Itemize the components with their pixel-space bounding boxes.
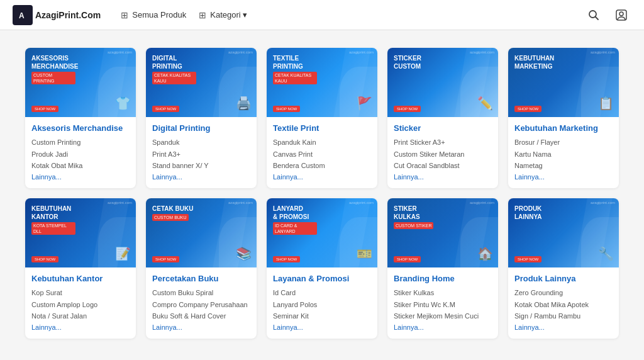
card-more-link[interactable]: Lainnya... [152, 173, 250, 181]
card-items-list: Spanduk KainCanvas PrintBendera Custom [273, 137, 371, 172]
card-category-name: Aksesoris Merchandise [31, 123, 130, 133]
card-category-name: Digital Printing [152, 123, 250, 133]
list-item: Stiker Kulkas [394, 287, 492, 299]
card-body: Produk Lainnya Zero GroundingKotak Obat … [508, 267, 619, 339]
card-more-link[interactable]: Lainnya... [31, 323, 130, 331]
list-item: Stiker Pintu Wc K.M [394, 299, 492, 311]
svg-line-3 [596, 16, 599, 20]
card-title-overlay: CETAK BUKU CUSTOM BUKU [152, 205, 193, 221]
nav-label-semua: Semua Produk [132, 10, 186, 20]
product-card-sticker[interactable]: STICKERCUSTOM azagiprint.com SHOP NOW ✏️… [387, 48, 498, 188]
svg-text:A: A [19, 11, 25, 20]
card-shop-btn[interactable]: SHOP NOW [394, 106, 421, 112]
card-image-textile: TEXTILEPRINTING CETAK KUALITAS KAUU azag… [267, 48, 377, 117]
profile-button[interactable] [611, 5, 631, 25]
card-body: Percetakan Buku Custom Buku SpiralCompro… [146, 267, 257, 339]
nav-item-kategori[interactable]: ⊞ Kategori ▾ [194, 8, 252, 23]
main-content: AKSESORISMERCHANDISE CUSTOM PRINTING aza… [0, 30, 644, 360]
product-grid: AKSESORISMERCHANDISE CUSTOM PRINTING aza… [25, 48, 619, 339]
card-title-overlay: KEBUTUHANKANTOR KOTA STEMPEL DLL [31, 205, 75, 235]
nav-label-kategori: Kategori ▾ [210, 10, 247, 20]
card-shop-btn[interactable]: SHOP NOW [273, 256, 300, 262]
card-icon: 🖨️ [236, 96, 252, 111]
card-more-link[interactable]: Lainnya... [394, 323, 492, 331]
list-item: Id Card [273, 287, 371, 299]
list-item: Produk Jadi [31, 149, 130, 160]
list-item: Custom Buku Spiral [152, 287, 250, 299]
card-items-list: Stiker KulkasStiker Pintu Wc K.MSticker … [394, 287, 492, 322]
list-item: Buku Soft & Hard Cover [152, 310, 250, 322]
svg-point-5 [619, 12, 623, 16]
card-more-link[interactable]: Lainnya... [514, 173, 613, 181]
card-title-overlay: DIGITALPRINTING CETAK KUALITAS KAUU [152, 54, 196, 84]
card-shop-btn[interactable]: SHOP NOW [273, 106, 300, 112]
list-item: Seminar Kit [273, 310, 371, 322]
card-items-list: Custom PrintingProduk JadiKotak Obat Mik… [31, 137, 130, 172]
card-shop-btn[interactable]: SHOP NOW [514, 106, 541, 112]
card-shop-btn[interactable]: SHOP NOW [394, 256, 421, 262]
product-card-aksesoris[interactable]: AKSESORISMERCHANDISE CUSTOM PRINTING aza… [25, 48, 136, 188]
card-shop-btn[interactable]: SHOP NOW [31, 106, 58, 112]
product-card-lanyard[interactable]: LANYARD& PROMOSI ID CARD & LANYARD azagi… [267, 198, 377, 339]
list-item: Stand banner X/ Y [152, 160, 250, 172]
product-card-branding[interactable]: STIKERKULKAS CUSTOM STIKER azagiprint.co… [387, 198, 498, 339]
card-watermark: azagiprint.com [591, 201, 615, 205]
list-item: Cut Oracal Sandblast [394, 160, 492, 172]
list-item: Brosur / Flayer [514, 137, 613, 149]
card-body: Sticker Print Sticker A3+Custom Stiker M… [387, 117, 498, 188]
card-items-list: Brosur / FlayerKartu NamaNametag [514, 137, 613, 172]
card-image-produk-lainnya: PRODUKLAINNYA azagiprint.com SHOP NOW 🔧 [508, 198, 619, 267]
list-item: Zero Grounding [514, 287, 613, 299]
card-items-list: SpandukPrint A3+Stand banner X/ Y [152, 137, 250, 172]
card-more-link[interactable]: Lainnya... [31, 173, 130, 181]
card-category-name: Percetakan Buku [152, 274, 250, 283]
card-icon: ✏️ [477, 96, 493, 111]
card-image-aksesoris: AKSESORISMERCHANDISE CUSTOM PRINTING aza… [25, 48, 136, 117]
logo[interactable]: A AzagiPrint.Com [13, 5, 101, 25]
card-image-sticker: STICKERCUSTOM azagiprint.com SHOP NOW ✏️ [387, 48, 498, 117]
card-body: Kebutuhan Marketing Brosur / FlayerKartu… [508, 117, 619, 188]
card-more-link[interactable]: Lainnya... [514, 323, 613, 331]
product-card-percetakan[interactable]: CETAK BUKU CUSTOM BUKU azagiprint.com SH… [146, 198, 257, 339]
list-item: Custom Amplop Logo [31, 299, 130, 311]
card-more-link[interactable]: Lainnya... [394, 173, 492, 181]
card-category-name: Kebutuhan Kantor [31, 274, 130, 283]
product-card-kantor[interactable]: KEBUTUHANKANTOR KOTA STEMPEL DLL azagipr… [25, 198, 136, 339]
card-icon: 🎫 [357, 246, 372, 261]
card-shop-btn[interactable]: SHOP NOW [31, 256, 58, 262]
card-shop-btn[interactable]: SHOP NOW [514, 256, 541, 262]
nav-item-semua-produk[interactable]: ⊞ Semua Produk [116, 8, 191, 23]
card-icon: 📝 [115, 246, 131, 261]
card-shop-btn[interactable]: SHOP NOW [152, 106, 179, 112]
list-item: Lanyard Polos [273, 299, 371, 311]
list-item: Print Sticker A3+ [394, 137, 492, 149]
list-item: Kotak Obat Mika Apotek [514, 299, 613, 311]
card-body: Aksesoris Merchandise Custom PrintingPro… [25, 117, 136, 188]
product-card-produk-lainnya[interactable]: PRODUKLAINNYA azagiprint.com SHOP NOW 🔧 … [508, 198, 619, 339]
card-watermark: azagiprint.com [470, 50, 494, 54]
search-button[interactable] [584, 5, 604, 25]
card-icon: 🏠 [477, 246, 493, 261]
card-more-link[interactable]: Lainnya... [273, 173, 371, 181]
list-item: Canvas Print [273, 149, 371, 160]
card-watermark: azagiprint.com [349, 50, 374, 54]
card-category-name: Textile Print [273, 123, 371, 133]
list-item: Kop Surat [31, 287, 130, 299]
product-card-digital[interactable]: DIGITALPRINTING CETAK KUALITAS KAUU azag… [146, 48, 257, 188]
list-item: Print A3+ [152, 149, 250, 160]
list-item: Spanduk [152, 137, 250, 149]
card-category-name: Sticker [394, 123, 492, 133]
card-shop-btn[interactable]: SHOP NOW [152, 256, 179, 262]
card-more-link[interactable]: Lainnya... [152, 323, 250, 331]
card-watermark: azagiprint.com [108, 50, 132, 54]
card-more-link[interactable]: Lainnya... [273, 323, 371, 331]
card-icon: 👕 [115, 96, 131, 111]
card-body: Layanan & Promosi Id CardLanyard PolosSe… [267, 267, 377, 339]
list-item: Bendera Custom [273, 160, 371, 172]
product-card-marketing[interactable]: KEBUTUHANMARKETING azagiprint.com SHOP N… [508, 48, 619, 188]
card-body: Branding Home Stiker KulkasStiker Pintu … [387, 267, 498, 339]
card-category-name: Produk Lainnya [514, 274, 613, 283]
card-items-list: Zero GroundingKotak Obat Mika ApotekSign… [514, 287, 613, 322]
list-item: Custom Printing [31, 137, 130, 149]
product-card-textile[interactable]: TEXTILEPRINTING CETAK KUALITAS KAUU azag… [267, 48, 377, 188]
